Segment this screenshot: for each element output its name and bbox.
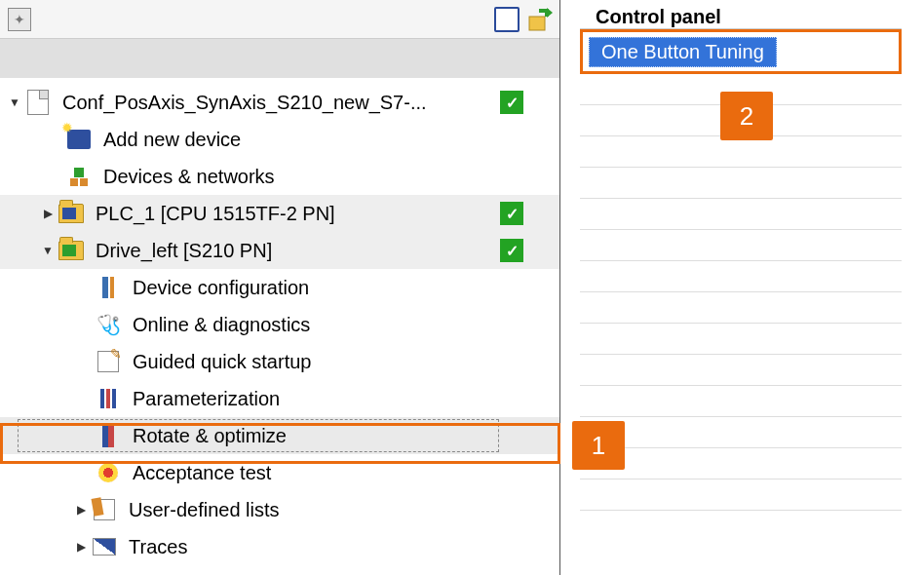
traces-icon [90, 532, 119, 561]
tree-device-config-label: Device configuration [133, 277, 496, 299]
tree-guided-label: Guided quick startup [133, 351, 496, 373]
caret-right-icon[interactable]: ▶ [39, 207, 57, 220]
check-icon: ✓ [500, 91, 523, 114]
export-icon[interactable] [526, 6, 554, 33]
tree-device-config[interactable]: Device configuration [0, 269, 559, 306]
list-item [580, 292, 902, 324]
list-item [580, 168, 902, 199]
list-item [580, 261, 902, 292]
list-item [580, 324, 902, 355]
tree-traces[interactable]: ▶ Traces [0, 528, 559, 565]
list-item [580, 479, 902, 511]
list-item [580, 386, 902, 417]
tree-acceptance-label: Acceptance test [133, 462, 496, 484]
device-config-icon [94, 273, 123, 302]
tree-plc-label: PLC_1 [CPU 1515TF-2 PN] [96, 203, 496, 225]
list-item [580, 417, 902, 448]
control-panel-header: Control panel [580, 0, 902, 29]
right-panel: Control panel One Button Tuning [560, 0, 924, 575]
lists-icon [90, 495, 119, 524]
separator-bar [0, 39, 559, 78]
tree-parameterization-label: Parameterization [133, 388, 496, 410]
list-item [580, 230, 902, 261]
properties-icon[interactable] [493, 6, 520, 33]
drive-folder-icon [57, 236, 86, 265]
one-button-tuning-button[interactable]: One Button Tuning [589, 37, 777, 67]
tree-rotate-optimize[interactable]: Rotate & optimize [0, 417, 559, 454]
tree-traces-label: Traces [129, 536, 496, 558]
tree-rotate-label: Rotate & optimize [133, 425, 496, 447]
tree-user-lists-label: User-defined lists [129, 499, 496, 521]
rotate-icon [94, 421, 123, 450]
tree-plc[interactable]: ▶ PLC_1 [CPU 1515TF-2 PN] ✓ [0, 195, 559, 232]
tree-add-device[interactable]: Add new device [0, 121, 559, 158]
caret-down-icon[interactable]: ▼ [6, 96, 23, 109]
check-icon: ✓ [500, 239, 523, 262]
tree-root-label: Conf_PosAxis_SynAxis_S210_new_S7-... [62, 92, 496, 114]
caret-right-icon[interactable]: ▶ [72, 503, 90, 517]
list-item [580, 136, 902, 168]
tree-parameterization[interactable]: Parameterization [0, 380, 559, 417]
check-icon: ✓ [500, 202, 523, 225]
list-item [580, 448, 902, 479]
tree-diagnostics-label: Online & diagnostics [133, 314, 496, 336]
project-icon [23, 88, 53, 117]
tree-user-lists[interactable]: ▶ User-defined lists [0, 491, 559, 528]
tree-root[interactable]: ▼ Conf_PosAxis_SynAxis_S210_new_S7-... ✓ [0, 84, 559, 121]
app-icon[interactable]: ✦ [6, 6, 33, 33]
svg-rect-0 [529, 17, 545, 30]
list-item [580, 355, 902, 386]
add-device-icon [64, 125, 94, 154]
tree-acceptance[interactable]: Acceptance test [0, 454, 559, 491]
parameterization-icon [94, 384, 123, 413]
annotation-badge-1: 1 [572, 421, 625, 470]
tree-guided[interactable]: Guided quick startup [0, 343, 559, 380]
diagnostics-icon: 🩺 [94, 310, 123, 339]
guided-icon [94, 347, 123, 376]
list-item [580, 199, 902, 230]
plc-folder-icon [57, 199, 86, 228]
project-tree: ▼ Conf_PosAxis_SynAxis_S210_new_S7-... ✓… [0, 78, 559, 575]
caret-right-icon[interactable]: ▶ [72, 540, 90, 554]
network-icon [64, 162, 94, 191]
toolbar: ✦ [0, 0, 559, 39]
annotation-badge-2: 2 [720, 92, 773, 140]
tree-devices-networks-label: Devices & networks [103, 166, 496, 188]
tree-drive-label: Drive_left [S210 PN] [96, 240, 496, 262]
annotation-highlight-2: One Button Tuning [580, 29, 902, 74]
tree-diagnostics[interactable]: 🩺 Online & diagnostics [0, 306, 559, 343]
tree-add-device-label: Add new device [103, 129, 496, 151]
tree-drive[interactable]: ▼ Drive_left [S210 PN] ✓ [0, 232, 559, 269]
caret-down-icon[interactable]: ▼ [39, 244, 57, 257]
acceptance-icon [94, 458, 123, 487]
tree-devices-networks[interactable]: Devices & networks [0, 158, 559, 195]
